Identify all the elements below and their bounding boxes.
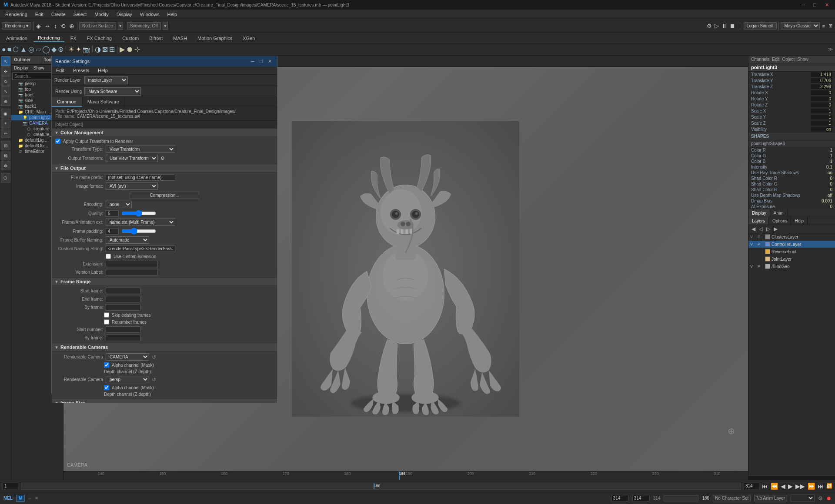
outliner-menu-show[interactable]: Show bbox=[31, 65, 47, 71]
menu-rendering[interactable]: Rendering bbox=[2, 11, 31, 18]
shelf-icon-plane[interactable]: ▱ bbox=[36, 45, 41, 53]
tool-icon-4[interactable]: ⟲ bbox=[60, 23, 67, 30]
min-btn-status[interactable]: ─ bbox=[28, 496, 31, 501]
render-layer-select[interactable]: masterLayer bbox=[84, 76, 128, 84]
close-btn[interactable]: ✕ bbox=[822, 2, 832, 8]
menu-create[interactable]: Create bbox=[48, 11, 69, 18]
shape-shad-b[interactable]: Shad Color B0 bbox=[748, 187, 835, 192]
shape-use-ray-trace[interactable]: Use Ray Trace Shadowson bbox=[748, 170, 835, 176]
channel-vis[interactable]: Visibility on bbox=[748, 126, 835, 133]
shape-colorg[interactable]: Color G1 bbox=[748, 153, 835, 159]
shape-shad-r[interactable]: Shad Color R0 bbox=[748, 176, 835, 181]
shape-dmap-bias[interactable]: Dmap Bias0.001 bbox=[748, 198, 835, 204]
tab-xgen[interactable]: XGen bbox=[238, 35, 259, 42]
layer-controller[interactable]: V P ControllerLayer bbox=[748, 241, 835, 248]
loop-btn[interactable]: 🔁 bbox=[826, 483, 832, 489]
menu-windows[interactable]: Windows bbox=[137, 11, 163, 18]
layer-bindgeo[interactable]: V P /BindGeo bbox=[748, 263, 835, 270]
outliner-menu-display[interactable]: Display bbox=[11, 65, 31, 71]
image-size-header[interactable]: ▼ Image Size bbox=[52, 399, 277, 403]
menu-edit[interactable]: Edit bbox=[32, 11, 47, 18]
show-menu-right[interactable]: Show bbox=[797, 57, 808, 62]
image-format-select[interactable]: AVI (avi) bbox=[106, 182, 158, 190]
sculpt-tool[interactable]: ⬡ bbox=[1, 173, 10, 182]
camera2-reset-icon[interactable]: ↺ bbox=[152, 377, 156, 383]
render-tab-common[interactable]: Common bbox=[52, 97, 82, 107]
step-back-btn[interactable]: ⏪ bbox=[771, 483, 778, 490]
close-btn-status[interactable]: ✕ bbox=[35, 496, 38, 501]
apply-output-transform-check[interactable] bbox=[55, 139, 60, 144]
alpha2-check[interactable] bbox=[104, 385, 109, 390]
timeline-scrub[interactable]: 186 bbox=[21, 483, 741, 490]
soft-select-tool[interactable]: ◉ bbox=[1, 109, 10, 118]
shelf-icon-render1[interactable]: ▶ bbox=[120, 45, 125, 53]
shelf-icon-torus[interactable]: ◎ bbox=[28, 45, 34, 53]
user-btn[interactable]: Logan Sinnett bbox=[744, 22, 777, 30]
tool-icon-2[interactable]: ↔ bbox=[43, 23, 51, 30]
color-mgmt-header[interactable]: ▼ Color Management bbox=[52, 129, 277, 137]
settings-btn-status[interactable]: ⚙ bbox=[818, 495, 823, 501]
custom-naming-input[interactable] bbox=[106, 245, 175, 252]
layer-prev-btn2[interactable]: ◁ bbox=[758, 226, 764, 232]
renderable-cameras-header[interactable]: ▼ Renderable Cameras bbox=[52, 343, 277, 351]
shelf-icon-render3[interactable]: ⊹ bbox=[134, 45, 140, 53]
frame-range-header[interactable]: ▼ Frame Range bbox=[52, 278, 277, 286]
tab-animation[interactable]: Animation bbox=[2, 35, 32, 42]
measure-tool[interactable]: ⊗ bbox=[1, 161, 10, 170]
use-custom-ext-check[interactable] bbox=[106, 254, 111, 259]
encoding-select[interactable]: none bbox=[106, 201, 132, 208]
render-using-select[interactable]: Maya Software bbox=[84, 87, 141, 96]
render-modal-close[interactable]: ✕ bbox=[266, 59, 274, 64]
shelf-icon-camera[interactable]: 📷 bbox=[83, 46, 90, 53]
tab-custom[interactable]: Custom bbox=[118, 35, 143, 42]
no-anim-layer[interactable]: No Anim Layer bbox=[754, 495, 787, 501]
edit-menu-right[interactable]: Edit bbox=[772, 57, 779, 62]
play-end-btn[interactable]: ⏭ bbox=[818, 483, 824, 490]
tool-icon-5[interactable]: ⊕ bbox=[68, 23, 75, 30]
end-frame-input[interactable]: 200.000 bbox=[106, 296, 140, 302]
no-live-surface-btn[interactable]: No Live Surface bbox=[79, 22, 116, 30]
layer-next-btn[interactable]: ▷ bbox=[765, 226, 772, 232]
frame-end-input[interactable] bbox=[632, 495, 650, 501]
menu-help[interactable]: Help bbox=[164, 11, 180, 18]
restore-btn[interactable]: □ bbox=[811, 2, 819, 8]
step-next-btn[interactable]: ▶▶ bbox=[795, 483, 805, 490]
file-prefix-input[interactable] bbox=[106, 174, 175, 181]
shape-shad-g[interactable]: Shad Color G0 bbox=[748, 181, 835, 187]
skip-existing-check[interactable] bbox=[104, 312, 109, 318]
no-character-set[interactable]: No Character Set bbox=[713, 495, 751, 501]
menu-display[interactable]: Display bbox=[113, 11, 136, 18]
tool-icon-1[interactable]: ◈ bbox=[35, 23, 42, 30]
render-menu-edit[interactable]: Edit bbox=[52, 66, 69, 74]
layer-prev-btn[interactable]: ◀ bbox=[750, 226, 757, 232]
channel-sy[interactable]: Scale Y 1 bbox=[748, 114, 835, 120]
live-dropdown[interactable]: ▾ bbox=[118, 22, 123, 30]
quality-slider[interactable] bbox=[121, 210, 156, 217]
channel-tz[interactable]: Translate Z -3.299 bbox=[748, 84, 835, 90]
layer-v-btn5[interactable]: V bbox=[750, 264, 756, 269]
workspace-select[interactable]: Maya Classic bbox=[781, 22, 820, 30]
start-frame-status[interactable] bbox=[3, 483, 18, 489]
menu-modify[interactable]: Modify bbox=[91, 11, 112, 18]
shelf-icon-cylinder[interactable]: ⬡ bbox=[13, 45, 19, 53]
shelf-icon-diamond[interactable]: ◆ bbox=[51, 45, 57, 53]
render-modal-minimize[interactable]: ─ bbox=[250, 59, 257, 64]
layer-v-btn2[interactable]: V bbox=[750, 242, 756, 246]
shape-use-depth-map[interactable]: Use Depth Map Shadowsoff bbox=[748, 192, 835, 198]
symmetry-btn[interactable]: Symmetry: Off bbox=[127, 22, 161, 30]
renumber-frames-check[interactable] bbox=[104, 319, 109, 325]
by-frame-input[interactable]: 1.000 bbox=[106, 304, 140, 311]
tab-mash[interactable]: MASH bbox=[169, 35, 191, 42]
record-btn-status[interactable]: ⏺ bbox=[826, 495, 832, 501]
tab-layers[interactable]: Layers bbox=[748, 217, 769, 225]
rotate-tool[interactable]: ↻ bbox=[1, 76, 10, 86]
render-icon-4[interactable]: ⏹ bbox=[729, 23, 736, 29]
layer-p-btn2[interactable]: P bbox=[758, 242, 764, 246]
alpha1-check[interactable] bbox=[104, 362, 109, 368]
layer-v-btn[interactable]: V bbox=[750, 235, 756, 239]
tool-icon-3[interactable]: ↕ bbox=[53, 23, 58, 30]
output-transform-select[interactable]: Use View Transform bbox=[106, 155, 158, 162]
frame-padding-slider[interactable] bbox=[121, 228, 156, 235]
tab-motion-graphics[interactable]: Motion Graphics bbox=[193, 35, 237, 42]
version-label-input[interactable] bbox=[106, 269, 158, 275]
